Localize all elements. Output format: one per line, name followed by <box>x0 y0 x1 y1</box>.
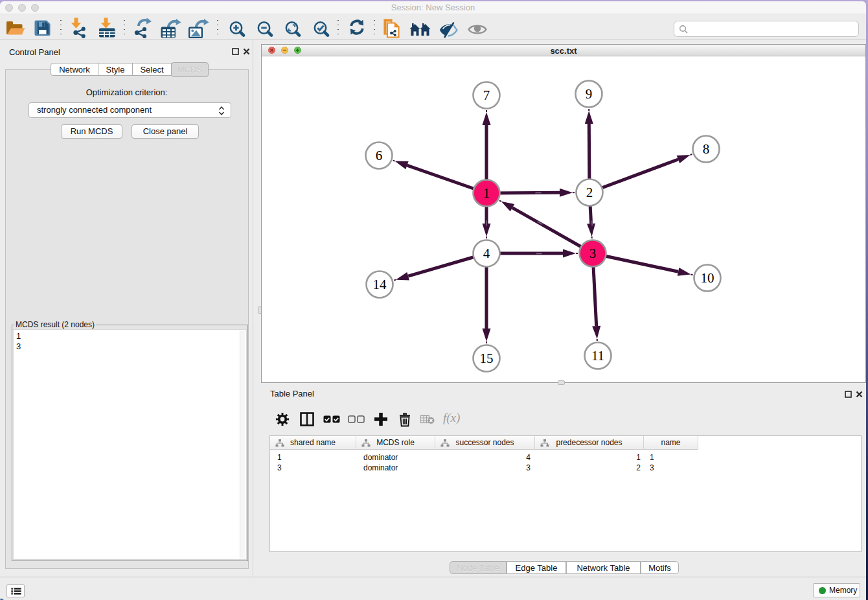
svg-text:3: 3 <box>589 246 597 261</box>
svg-text:8: 8 <box>703 141 710 157</box>
svg-text:10: 10 <box>701 270 714 286</box>
svg-text:15: 15 <box>480 351 494 366</box>
svg-text:6: 6 <box>376 148 383 163</box>
svg-text:4: 4 <box>483 246 490 261</box>
svg-text:2: 2 <box>586 185 593 200</box>
svg-text:7: 7 <box>483 87 490 103</box>
svg-text:1: 1 <box>483 185 490 201</box>
svg-text:14: 14 <box>373 277 387 292</box>
svg-text:11: 11 <box>591 348 604 363</box>
svg-text:9: 9 <box>586 86 593 102</box>
